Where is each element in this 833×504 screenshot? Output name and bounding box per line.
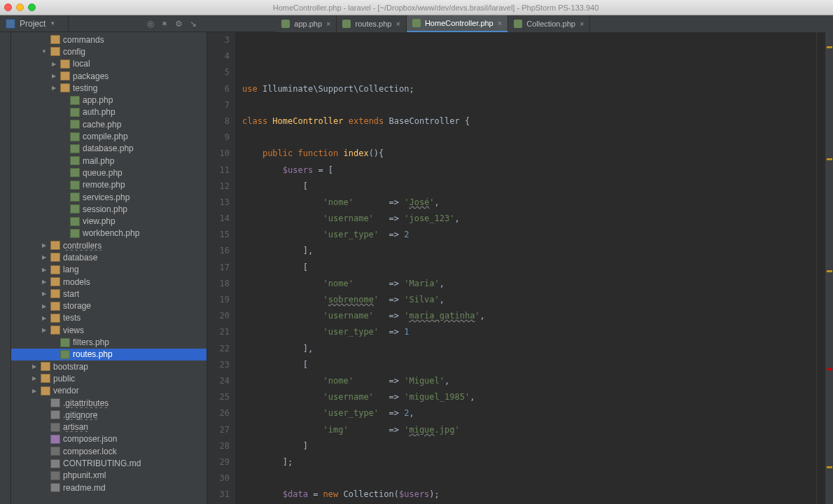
inspection-marker[interactable] <box>827 46 832 48</box>
tree-expand-icon[interactable] <box>41 315 48 321</box>
code-line[interactable]: ], <box>242 341 825 357</box>
code-area[interactable]: use Illuminate\Support\Collection; class… <box>235 32 825 504</box>
tree-node[interactable]: database.php <box>11 143 206 155</box>
code-line[interactable]: 'user_type' => 2 <box>242 227 825 243</box>
tree-expand-icon[interactable] <box>31 375 38 382</box>
tree-node[interactable]: cache.php <box>11 118 206 130</box>
target-icon[interactable]: ◎ <box>147 19 154 29</box>
tree-node[interactable]: artisan <box>11 421 206 433</box>
close-tab-icon[interactable]: × <box>580 20 584 28</box>
code-line[interactable]: 'nome' => 'Miguel', <box>242 373 825 389</box>
code-line[interactable]: 'user_type' => 2, <box>242 405 825 421</box>
tree-expand-icon[interactable] <box>50 73 57 79</box>
code-line[interactable]: 'username' => 'maria_gatinha', <box>242 308 825 324</box>
tree-node[interactable]: local <box>11 58 206 70</box>
tree-node[interactable]: mail.php <box>11 155 206 167</box>
inspection-marker[interactable] <box>827 368 832 370</box>
minimize-window-button[interactable] <box>16 4 24 11</box>
tree-node[interactable]: views <box>11 324 206 336</box>
code-line[interactable]: 'nome' => 'José', <box>242 195 825 211</box>
code-line[interactable]: [ <box>242 357 825 373</box>
hide-icon[interactable]: ↘ <box>190 19 197 29</box>
tree-expand-icon[interactable] <box>50 61 57 67</box>
tree-expand-icon[interactable] <box>41 48 48 55</box>
tree-node[interactable]: composer.lock <box>11 445 206 457</box>
close-window-button[interactable] <box>4 4 12 11</box>
tree-expand-icon[interactable] <box>41 254 48 260</box>
code-line[interactable] <box>242 97 825 113</box>
tree-node[interactable]: vendor <box>11 385 206 397</box>
tree-node[interactable]: controllers <box>11 239 206 251</box>
tree-node[interactable]: composer.json <box>11 433 206 445</box>
tree-expand-icon[interactable] <box>41 267 48 273</box>
inspection-marker[interactable] <box>827 270 832 272</box>
code-line[interactable]: 'nome' => 'Maria', <box>242 276 825 292</box>
tree-node[interactable]: services.php <box>11 191 206 203</box>
tree-node[interactable]: bootstrap <box>11 360 206 372</box>
tree-node[interactable]: auth.php <box>11 106 206 118</box>
inspection-marker[interactable] <box>827 158 832 160</box>
code-line[interactable]: public function index(){ <box>242 146 825 162</box>
tree-node[interactable]: view.php <box>11 215 206 227</box>
tree-node[interactable]: config <box>11 46 206 57</box>
tree-node[interactable]: readme.md <box>11 482 206 493</box>
tree-expand-icon[interactable] <box>50 85 57 91</box>
code-line[interactable]: ] <box>242 438 825 454</box>
editor[interactable]: 3456789101112131415161718192021222324252… <box>207 32 833 504</box>
tree-node[interactable]: phpunit.xml <box>11 470 206 482</box>
tree-expand-icon[interactable] <box>41 303 48 309</box>
tree-node[interactable]: workbench.php <box>11 227 206 239</box>
editor-tab[interactable]: HomeController.php × <box>407 15 508 32</box>
editor-tab[interactable]: app.php × <box>276 15 337 32</box>
close-tab-icon[interactable]: × <box>326 20 330 28</box>
tree-node[interactable]: session.php <box>11 203 206 215</box>
code-line[interactable] <box>242 130 825 146</box>
editor-tab[interactable]: routes.php × <box>337 15 406 32</box>
close-tab-icon[interactable]: × <box>498 19 502 27</box>
tree-node[interactable]: routes.php <box>11 349 206 360</box>
tree-node[interactable]: remote.php <box>11 179 206 191</box>
close-tab-icon[interactable]: × <box>396 20 400 28</box>
tree-expand-icon[interactable] <box>41 242 48 248</box>
code-line[interactable]: use Illuminate\Support\Collection; <box>242 81 825 97</box>
collapse-icon[interactable]: ✶ <box>161 19 168 29</box>
tree-node[interactable]: .gitignore <box>11 409 206 421</box>
tree-expand-icon[interactable] <box>41 279 48 285</box>
zoom-window-button[interactable] <box>28 4 36 11</box>
settings-icon[interactable]: ⚙ <box>175 19 183 29</box>
tree-node[interactable]: models <box>11 276 206 288</box>
code-line[interactable]: ], <box>242 243 825 259</box>
tree-node[interactable]: storage <box>11 300 206 312</box>
editor-scrollbar[interactable] <box>825 32 833 504</box>
code-line[interactable]: 'sobrenome' => 'Silva', <box>242 292 825 308</box>
code-line[interactable]: [ <box>242 260 825 276</box>
inspection-marker[interactable] <box>827 466 832 468</box>
code-line[interactable]: 'username' => 'jose_123', <box>242 211 825 227</box>
code-line[interactable]: $data = new Collection($users); <box>242 486 825 503</box>
tree-expand-icon[interactable] <box>31 388 38 394</box>
project-tool-window-button[interactable]: Project ▼ <box>0 15 69 31</box>
tree-node[interactable]: compile.php <box>11 130 206 142</box>
tree-expand-icon[interactable] <box>41 327 48 333</box>
code-line[interactable]: 'img' => 'migue.jpg' <box>242 422 825 438</box>
code-line[interactable] <box>242 470 825 486</box>
tree-node[interactable]: packages <box>11 70 206 82</box>
tree-node[interactable]: app.php <box>11 94 206 106</box>
tree-node[interactable]: tests <box>11 312 206 324</box>
tree-node[interactable]: testing <box>11 82 206 94</box>
tree-node[interactable]: CONTRIBUTING.md <box>11 457 206 469</box>
code-line[interactable]: 'user_type' => 1 <box>242 324 825 340</box>
tree-node[interactable]: lang <box>11 264 206 276</box>
editor-tab[interactable]: Collection.php × <box>508 15 590 32</box>
tree-node[interactable]: start <box>11 288 206 300</box>
tree-expand-icon[interactable] <box>41 290 48 297</box>
tree-node[interactable]: commands <box>11 34 206 46</box>
tree-node[interactable]: database <box>11 251 206 263</box>
code-line[interactable]: $users = [ <box>242 162 825 178</box>
code-line[interactable]: 'username' => 'miguel_1985', <box>242 389 825 405</box>
code-line[interactable]: ]; <box>242 454 825 470</box>
code-line[interactable]: [ <box>242 178 825 195</box>
tree-expand-icon[interactable] <box>31 363 38 370</box>
tree-node[interactable]: .gitattributes <box>11 397 206 409</box>
tree-node[interactable]: queue.php <box>11 167 206 178</box>
